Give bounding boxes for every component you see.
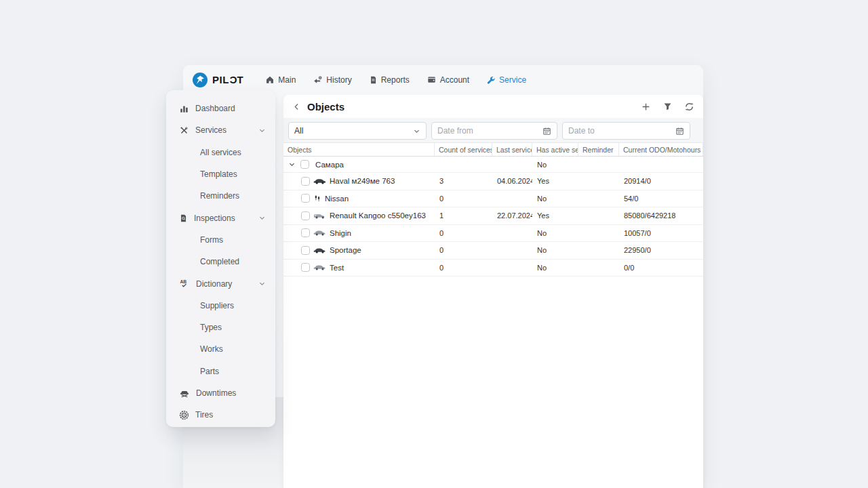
nav-item-service[interactable]: Service <box>486 75 526 85</box>
table-cell: 0 <box>435 195 492 203</box>
date-from-input[interactable]: Date from <box>431 122 557 140</box>
brand-logo[interactable]: PILCT <box>193 73 243 87</box>
app-window: PILCT MainHistoryReportsAccountService D… <box>183 65 703 488</box>
sidebar-item-completed[interactable]: Completed <box>166 251 275 272</box>
object-type-select[interactable]: All <box>288 122 427 140</box>
filter-button[interactable] <box>663 102 673 111</box>
group-name: Самара <box>315 161 344 169</box>
date-to-placeholder: Date to <box>568 126 595 136</box>
nav-item-label: Service <box>499 75 526 85</box>
vehicle-icon <box>313 247 326 254</box>
sidebar-item-tires[interactable]: Tires <box>166 404 275 426</box>
nav-item-account[interactable]: Account <box>427 75 469 85</box>
report-icon <box>369 75 378 85</box>
nav-item-label: Main <box>278 75 296 85</box>
sidebar-item-reminders[interactable]: Reminders <box>166 185 275 207</box>
sidebar-item-all-services[interactable]: All services <box>166 142 275 163</box>
table-cell: 0/0 <box>619 264 703 272</box>
table-cell: 0 <box>435 229 492 237</box>
table-row[interactable]: Renault Kangoo c550ey163122.07.2024Yes85… <box>283 207 703 225</box>
row-checkbox[interactable] <box>300 160 309 169</box>
sidebar-item-downtimes[interactable]: Downtimes <box>166 382 275 404</box>
sidebar-item-dictionary[interactable]: ABDictionary <box>166 272 275 294</box>
nav-item-label: Account <box>440 75 469 85</box>
table-cell: 54/0 <box>619 195 703 203</box>
bar-chart-icon <box>179 104 189 114</box>
object-cell: Test <box>283 263 435 272</box>
sidebar-item-services[interactable]: Services <box>166 119 275 141</box>
table-row[interactable]: Test0No0/0 <box>283 260 703 277</box>
row-checkbox[interactable] <box>301 246 310 255</box>
refresh-button[interactable] <box>684 102 694 112</box>
table-cell: No <box>532 264 578 272</box>
sidebar-item-dashboard[interactable]: Dashboard <box>166 98 275 119</box>
back-chevron-icon[interactable] <box>292 102 301 111</box>
column-header-count: Count of services <box>435 143 492 156</box>
object-cell: Nissan <box>283 194 435 203</box>
date-to-input[interactable]: Date to <box>562 122 690 140</box>
table-cell: 0 <box>435 246 492 254</box>
wallet-icon <box>427 75 437 84</box>
sidebar-item-label: Reminders <box>200 191 239 201</box>
object-name: Sportage <box>330 246 361 254</box>
nav-item-history[interactable]: History <box>313 75 351 85</box>
sidebar-item-label: Tires <box>195 410 213 420</box>
sidebar-menu: DashboardServicesAll servicesTemplatesRe… <box>166 98 275 426</box>
table-row[interactable]: Sportage0No22950/0 <box>283 242 703 260</box>
nav-item-label: History <box>326 75 351 85</box>
table-cell: Yes <box>532 211 578 220</box>
nav-item-label: Reports <box>381 75 410 85</box>
svg-text:AB: AB <box>180 279 186 284</box>
object-name: Renault Kangoo c550ey163 <box>330 211 426 220</box>
chevron-down-icon[interactable] <box>258 127 266 134</box>
chevron-down-icon[interactable] <box>258 214 266 222</box>
row-checkbox[interactable] <box>301 194 310 203</box>
table-header-row: ObjectsCount of servicesLast serviceHas … <box>283 142 703 157</box>
ab-check-icon: AB <box>179 279 190 289</box>
calendar-icon[interactable] <box>542 127 551 136</box>
sidebar-item-label: Types <box>200 323 222 332</box>
sidebar-item-label: Parts <box>200 367 219 376</box>
sidebar-item-forms[interactable]: Forms <box>166 229 275 251</box>
object-type-select-value: All <box>294 126 303 136</box>
sidebar-item-label: Dashboard <box>195 104 235 113</box>
vehicle-icon <box>313 212 326 220</box>
table-cell: 04.06.2024 <box>492 177 532 185</box>
table-row[interactable]: Nissan0No54/0 <box>283 190 703 208</box>
sidebar-item-label: Works <box>200 344 223 354</box>
table-row[interactable]: Shigin0No10057/0 <box>283 225 703 243</box>
route-icon <box>313 75 323 85</box>
calendar-icon[interactable] <box>675 127 684 136</box>
row-checkbox[interactable] <box>301 228 310 237</box>
column-header-odo: Current ODO/Motohours <box>619 143 703 156</box>
sidebar-item-parts[interactable]: Parts <box>166 361 275 382</box>
sidebar-item-suppliers[interactable]: Suppliers <box>166 295 275 317</box>
add-button[interactable] <box>641 102 651 112</box>
column-header-reminder: Reminder <box>578 143 619 156</box>
table-row[interactable]: Haval м249ме 763304.06.2024Yes20914/0 <box>283 173 703 190</box>
table-cell: 22950/0 <box>619 246 703 254</box>
table-cell: 22.07.2024 <box>492 211 532 220</box>
group-row[interactable]: СамараNo <box>283 157 703 173</box>
sidebar-item-inspections[interactable]: Inspections <box>166 207 275 228</box>
sidebar-item-works[interactable]: Works <box>166 338 275 360</box>
top-nav-items: MainHistoryReportsAccountService <box>265 75 526 85</box>
vehicle-icon <box>313 229 326 237</box>
chevron-down-icon[interactable] <box>288 161 296 168</box>
object-cell: Sportage <box>283 246 435 255</box>
nav-item-main[interactable]: Main <box>265 75 296 85</box>
table-body: СамараNoHaval м249ме 763304.06.2024Yes20… <box>283 157 703 277</box>
table-cell: 10057/0 <box>619 229 703 237</box>
object-name: Shigin <box>330 229 351 237</box>
nav-item-reports[interactable]: Reports <box>369 75 410 85</box>
panel-header: Objects <box>283 95 703 118</box>
column-header-last: Last service <box>492 143 532 156</box>
row-checkbox[interactable] <box>301 177 310 186</box>
brand-name: PILCT <box>212 74 243 85</box>
row-checkbox[interactable] <box>301 263 310 272</box>
sidebar-item-label: All services <box>200 148 241 157</box>
chevron-down-icon[interactable] <box>258 280 266 287</box>
row-checkbox[interactable] <box>301 211 310 220</box>
sidebar-item-types[interactable]: Types <box>166 317 275 338</box>
sidebar-item-templates[interactable]: Templates <box>166 163 275 185</box>
